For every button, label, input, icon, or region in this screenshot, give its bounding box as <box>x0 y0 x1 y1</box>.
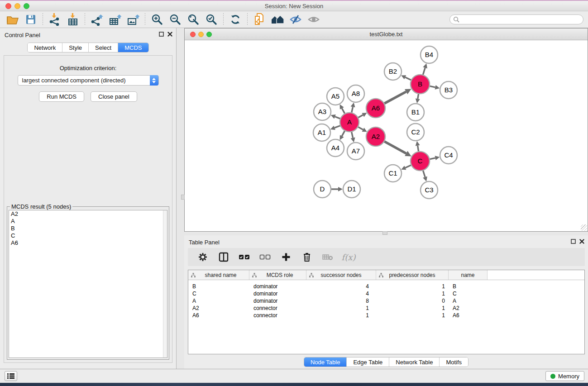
split-handle[interactable] <box>382 231 387 235</box>
graph-node-B4[interactable]: B4 <box>421 46 438 63</box>
graph-node-B[interactable]: B <box>411 75 430 94</box>
cell-shared-name[interactable]: B <box>188 283 249 290</box>
graph-node-B3[interactable]: B3 <box>440 81 457 99</box>
list-item[interactable]: C <box>9 232 167 239</box>
cell-successor-nodes[interactable]: 8 <box>306 297 376 305</box>
graph-edge-A-A7[interactable] <box>352 132 353 138</box>
graph-edge-A-A8[interactable] <box>352 107 353 112</box>
close-panel-icon[interactable] <box>579 239 584 244</box>
graph-node-A3[interactable]: A3 <box>314 103 331 120</box>
cell-name[interactable]: A6 <box>449 312 488 319</box>
table-row[interactable]: C dominator 4 1 C <box>188 290 584 297</box>
column-header-predecessor-nodes[interactable]: predecessor nodes <box>376 270 449 280</box>
network-canvas[interactable]: AA1A2A3A4A5A6A7A8BB1B2B3B4CC1C2C3C4DD1 <box>185 40 588 231</box>
cell-mcds-role[interactable]: dominator <box>249 297 306 305</box>
column-header-name[interactable]: name <box>449 270 488 280</box>
delete-table-button[interactable] <box>322 251 334 263</box>
graph-edge-C-C3[interactable] <box>423 171 425 177</box>
cell-name[interactable]: B <box>449 283 488 290</box>
unselect-all-columns-button[interactable] <box>259 251 271 263</box>
tab-node-table[interactable]: Node Table <box>304 357 347 367</box>
import-network-button[interactable] <box>46 13 64 26</box>
add-column-button[interactable] <box>280 251 292 263</box>
table-settings-button[interactable] <box>197 251 209 263</box>
cell-name[interactable]: C <box>449 290 488 297</box>
export-table-button[interactable] <box>106 13 124 26</box>
cell-shared-name[interactable]: A <box>188 297 249 305</box>
graph-node-C[interactable]: C <box>411 152 430 171</box>
cell-predecessor-nodes[interactable]: 0 <box>376 297 449 305</box>
graph-node-A[interactable]: A <box>340 113 359 132</box>
zoom-fit-button[interactable] <box>184 13 202 26</box>
delete-columns-button[interactable] <box>301 251 313 263</box>
tab-mcds[interactable]: MCDS <box>118 43 148 52</box>
graph-node-A1[interactable]: A1 <box>313 124 330 141</box>
window-resize-grip[interactable] <box>581 224 587 231</box>
cell-predecessor-nodes[interactable]: 1 <box>376 283 449 290</box>
criterion-dropdown[interactable]: largest connected component (directed) <box>18 75 159 86</box>
column-header-mcds-role[interactable]: MCDS role <box>249 270 306 280</box>
search-input[interactable] <box>449 14 583 24</box>
graph-node-D[interactable]: D <box>314 181 331 198</box>
cell-name[interactable]: A2 <box>449 305 488 312</box>
table-row[interactable]: A2 connector 1 1 A2 <box>188 305 584 312</box>
graph-edge-A-A4[interactable] <box>342 131 344 136</box>
table-row[interactable]: B dominator 4 1 B <box>188 283 584 290</box>
split-columns-button[interactable] <box>218 251 229 263</box>
cell-name[interactable]: A <box>449 297 488 305</box>
close-panel-button[interactable]: Close panel <box>91 91 137 102</box>
column-header-successor-nodes[interactable]: successor nodes <box>306 270 376 280</box>
split-handle[interactable] <box>181 195 185 200</box>
graph-edge-C-C1[interactable] <box>405 165 411 168</box>
graph-edge-C-C4[interactable] <box>430 158 435 159</box>
cell-predecessor-nodes[interactable]: 1 <box>376 290 449 297</box>
cell-mcds-role[interactable]: dominator <box>249 283 306 290</box>
run-mcds-button[interactable]: Run MCDS <box>39 91 84 102</box>
graph-node-C2[interactable]: C2 <box>407 124 424 141</box>
select-all-columns-button[interactable] <box>239 251 250 263</box>
graph-edge-A2-C[interactable] <box>384 142 406 153</box>
graph-node-B2[interactable]: B2 <box>384 63 402 80</box>
cell-predecessor-nodes[interactable]: 1 <box>376 312 449 319</box>
cell-successor-nodes[interactable]: 1 <box>306 305 376 312</box>
export-network-button[interactable] <box>88 13 106 26</box>
tab-network[interactable]: Network <box>28 43 62 52</box>
graph-edge-C-C2[interactable] <box>418 146 419 152</box>
graph-node-A5[interactable]: A5 <box>327 88 344 105</box>
list-item[interactable]: A6 <box>9 239 167 247</box>
memory-button[interactable]: Memory <box>545 371 584 381</box>
tab-edge-table[interactable]: Edge Table <box>347 357 389 367</box>
tab-select[interactable]: Select <box>89 43 118 52</box>
graph-node-A4[interactable]: A4 <box>327 139 344 157</box>
log-console-button[interactable] <box>5 371 17 381</box>
list-item[interactable]: A <box>9 218 167 225</box>
cell-successor-nodes[interactable]: 1 <box>306 312 376 319</box>
show-hidden-button[interactable] <box>305 13 323 26</box>
cell-shared-name[interactable]: A2 <box>188 305 249 312</box>
graph-edge-B-B2[interactable] <box>405 77 411 80</box>
graph-node-D1[interactable]: D1 <box>343 181 360 198</box>
open-session-button[interactable] <box>4 13 22 26</box>
float-panel-icon[interactable] <box>571 239 576 244</box>
graph-edge-A-A6[interactable] <box>358 115 363 118</box>
cell-mcds-role[interactable]: connector <box>249 312 306 319</box>
graph-node-A6[interactable]: A6 <box>366 99 385 118</box>
export-image-button[interactable] <box>124 13 142 26</box>
apply-layout-button[interactable] <box>226 13 244 26</box>
function-builder-button[interactable]: f(x) <box>343 251 354 263</box>
float-panel-icon[interactable] <box>159 32 164 37</box>
graph-node-A2[interactable]: A2 <box>366 127 385 146</box>
cell-predecessor-nodes[interactable]: 1 <box>376 305 449 312</box>
graph-edge-B-B4[interactable] <box>423 68 425 75</box>
list-item[interactable]: A2 <box>9 210 167 218</box>
graph-edge-A-A1[interactable] <box>335 126 340 128</box>
graph-edge-B-B3[interactable] <box>430 86 435 87</box>
graph-node-C3[interactable]: C3 <box>421 181 438 199</box>
zoom-selected-button[interactable] <box>202 13 220 26</box>
close-panel-icon[interactable] <box>167 32 172 37</box>
column-header-shared-name[interactable]: shared name <box>188 270 249 280</box>
zoom-out-button[interactable] <box>166 13 184 26</box>
graph-node-A8[interactable]: A8 <box>347 85 364 102</box>
graph-edge-A-A2[interactable] <box>358 127 363 130</box>
mcds-result-list[interactable]: A2 A B C A6 <box>9 210 167 358</box>
